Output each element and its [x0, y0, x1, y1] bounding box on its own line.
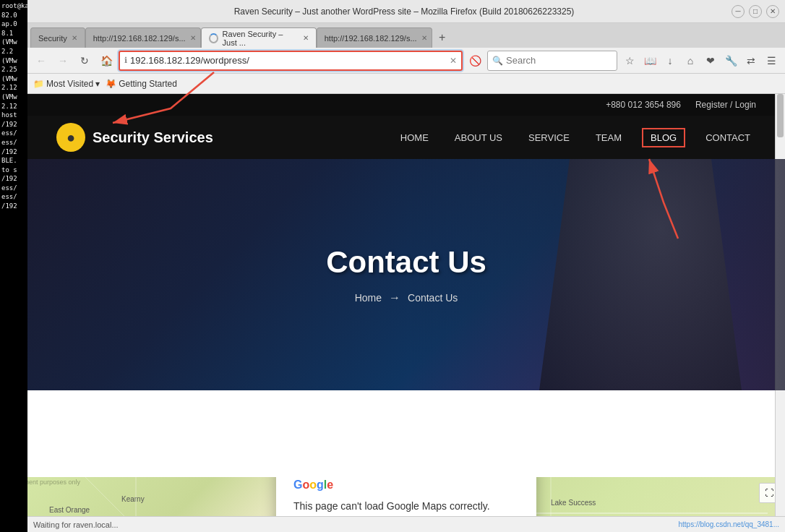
- search-bar-container[interactable]: 🔍: [487, 51, 617, 71]
- bookmarks-icon[interactable]: ☆: [620, 51, 639, 70]
- dropdown-icon: ▾: [95, 79, 100, 89]
- site-logo: ● Security Services: [56, 123, 213, 152]
- terminal-panel: root@kali: ~99×22 82.0 ap.0 8.1 (VMw 2.2…: [0, 0, 27, 532]
- svg-line-2: [85, 477, 172, 516]
- search-icon: 🔍: [492, 56, 503, 66]
- phone-number: +880 012 3654 896: [606, 100, 681, 110]
- maps-error-dialog: Google This page can't load Google Maps …: [276, 477, 536, 516]
- status-text: Waiting for raven.local...: [33, 520, 119, 529]
- tab-security-label: Security: [38, 34, 67, 43]
- hero-title: Contact Us: [326, 245, 486, 280]
- window-title: Raven Security – Just another WordPress …: [77, 7, 732, 17]
- bookmarks-bar: 📁 Most Visited ▾ 🦊 Getting Started: [27, 74, 785, 94]
- tab-raven[interactable]: Raven Security – Just ... ✕: [201, 27, 317, 48]
- home-nav-icon[interactable]: ⌂: [681, 51, 700, 70]
- new-tab-button[interactable]: +: [432, 27, 452, 48]
- bottom-link: https://blog.csdn.net/qq_3481...: [678, 520, 779, 528]
- nav-service[interactable]: SERVICE: [523, 129, 575, 146]
- tab-ip1-label: http://192.168.182.129/s...: [93, 34, 186, 43]
- extension-icon[interactable]: 🔧: [721, 51, 740, 70]
- tab-ip2-close[interactable]: ✕: [421, 34, 427, 42]
- website-content: +880 012 3654 896 Register / Login ● Sec…: [27, 94, 785, 516]
- title-bar: Raven Security – Just another WordPress …: [27, 0, 785, 23]
- forward-button[interactable]: →: [53, 51, 72, 70]
- tab-raven-label: Raven Security – Just ...: [223, 30, 299, 47]
- tab-security[interactable]: Security ✕: [30, 27, 85, 48]
- tab-ip2[interactable]: http://192.168.182.129/s... ✕: [317, 27, 432, 48]
- back-button[interactable]: ←: [32, 51, 51, 70]
- status-bar: Waiting for raven.local... https://blog.…: [27, 516, 785, 532]
- nav-about[interactable]: ABOUT US: [449, 129, 508, 146]
- nav-contact[interactable]: CONTACT: [700, 129, 756, 146]
- nav-home[interactable]: HOME: [395, 129, 434, 146]
- firefox-icon: 🦊: [106, 79, 116, 89]
- downloads-icon[interactable]: ↓: [661, 51, 679, 70]
- site-top-bar: +880 012 3654 896 Register / Login: [27, 94, 785, 116]
- nav-blog[interactable]: BLOG: [642, 128, 685, 147]
- bookmark-icon: 📁: [33, 79, 44, 89]
- tab-security-close[interactable]: ✕: [72, 34, 77, 42]
- logo-text: Security Services: [93, 129, 213, 146]
- home-button[interactable]: 🏠: [97, 51, 116, 70]
- nav-team[interactable]: TEAM: [590, 129, 627, 146]
- no-script-icon[interactable]: 🚫: [466, 51, 484, 70]
- tab-ip1[interactable]: http://192.168.182.129/s... ✕: [85, 27, 201, 48]
- hero-section: Contact Us Home → Contact Us: [27, 159, 785, 390]
- site-nav-bar: ● Security Services HOME ABOUT US SERVIC…: [27, 116, 785, 159]
- reader-mode-icon[interactable]: 📖: [640, 51, 659, 70]
- sync-icon[interactable]: ⇄: [742, 51, 760, 70]
- tab-bar: Security ✕ http://192.168.182.129/s... ✕…: [27, 23, 785, 48]
- search-input[interactable]: [506, 55, 612, 66]
- close-button[interactable]: ✕: [766, 5, 779, 18]
- maximize-button[interactable]: □: [749, 5, 762, 18]
- nav-bar: ← → ↻ 🏠 ℹ ✕ 🚫 🔍 ☆ 📖 ↓ ⌂ ❤ 🔧 ⇄ ☰: [27, 48, 785, 74]
- hero-breadcrumb: Home → Contact Us: [326, 291, 486, 304]
- info-icon: ℹ: [124, 56, 127, 65]
- menu-icon[interactable]: ☰: [762, 51, 781, 70]
- breadcrumb-current: Contact Us: [408, 292, 458, 304]
- tab-raven-close[interactable]: ✕: [303, 34, 309, 42]
- clear-address-icon[interactable]: ✕: [450, 56, 457, 66]
- site-main: [27, 390, 785, 477]
- bookmark-getting-started[interactable]: 🦊 Getting Started: [106, 79, 177, 89]
- breadcrumb-arrow: →: [389, 291, 400, 304]
- logo-icon: ●: [56, 123, 85, 152]
- minimize-button[interactable]: ─: [732, 5, 745, 18]
- map-area: For development purposes only East Orang…: [27, 477, 785, 516]
- tab-ip2-label: http://192.168.182.129/s...: [325, 34, 417, 43]
- scrollbar-thumb[interactable]: [777, 94, 784, 137]
- address-input[interactable]: [130, 55, 447, 66]
- site-navigation: HOME ABOUT US SERVICE TEAM BLOG CONTACT: [395, 128, 756, 147]
- auth-link[interactable]: Register / Login: [695, 100, 756, 110]
- breadcrumb-home[interactable]: Home: [355, 292, 382, 304]
- tab-ip1-close[interactable]: ✕: [190, 34, 196, 42]
- hero-content: Contact Us Home → Contact Us: [326, 245, 486, 304]
- maps-error-message: This page can't load Google Maps correct…: [293, 500, 519, 512]
- tab-loading-spinner: [209, 33, 218, 43]
- reload-button[interactable]: ↻: [75, 51, 94, 70]
- google-logo: Google: [293, 479, 519, 492]
- bookmark-most-visited[interactable]: 📁 Most Visited ▾: [33, 79, 100, 89]
- pocket-icon[interactable]: ❤: [701, 51, 720, 70]
- address-bar-container[interactable]: ℹ ✕: [119, 51, 463, 71]
